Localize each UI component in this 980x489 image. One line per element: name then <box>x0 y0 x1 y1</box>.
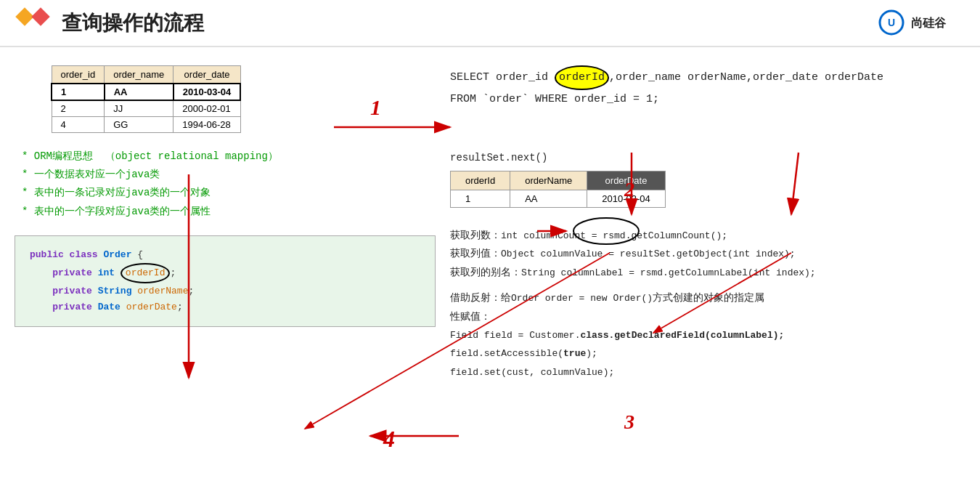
orm-notes: * ORM编程思想 （object relational mapping） * … <box>22 147 436 221</box>
right-panel: SELECT order_id orderId,order_name order… <box>436 58 965 478</box>
table-row: 4 GG 1994-06-28 <box>52 117 240 133</box>
code-line-4: private Date orderDate; <box>30 299 420 315</box>
page-title: 查询操作的流程 <box>62 9 878 37</box>
col-order-date: order_date <box>173 66 241 84</box>
sql-query: SELECT order_id orderId,order_name order… <box>450 65 965 108</box>
col-order-id: order_id <box>52 66 105 84</box>
header: 查询操作的流程 U 尚硅谷 <box>0 0 980 47</box>
svg-text:尚硅谷: 尚硅谷 <box>911 17 947 29</box>
sql-line-2: FROM `order` WHERE order_id = 1; <box>450 90 965 109</box>
orm-note-3: * 表中的一条记录对应java类的一个对象 <box>22 184 436 202</box>
info-line-5: 性赋值： <box>450 307 965 326</box>
orm-note-1: * ORM编程思想 （object relational mapping） <box>22 147 436 166</box>
sql-line-1: SELECT order_id orderId,order_name order… <box>450 71 883 84</box>
svg-rect-1 <box>31 7 49 25</box>
col-order-name: order_name <box>105 66 173 84</box>
info-line-1: 获取列数：int columnCount = rsmd.getColumnCou… <box>450 226 965 244</box>
info-line-2: 获取列值：Object columnValue = resultSet.getO… <box>450 244 965 262</box>
info-line-4: 借助反射：给Order order = new Order()方式创建的对象的指… <box>450 288 965 307</box>
orm-note-4: * 表中的一个字段对应java类的一个属性 <box>22 203 436 221</box>
orm-note-2: * 一个数据表对应一个java类 <box>22 166 436 184</box>
info-text: 获取列数：int columnCount = rsmd.getColumnCou… <box>450 226 965 381</box>
brand-logo-icon: U 尚硅谷 <box>878 7 965 39</box>
result-row: 1 AA 2010-03-04 <box>451 190 666 208</box>
resultset-label: resultSet.next() <box>450 152 965 163</box>
logo-icon <box>15 7 51 39</box>
sql-line-container: SELECT order_id orderId,order_name order… <box>450 65 965 90</box>
orderid-oval: orderId <box>121 263 171 283</box>
table-row: 1 AA 2010-03-04 <box>52 84 240 100</box>
db-table: order_id order_name order_date 1 AA 2010… <box>51 65 241 133</box>
info-line-7: field.setAccessible(true); <box>450 344 965 362</box>
orderid-highlight: orderId <box>555 65 609 90</box>
code-line-3: private String orderName; <box>30 283 420 299</box>
info-line-6: Field field = Customer.class.getDeclared… <box>450 326 965 344</box>
code-line-2: private int orderId; <box>30 263 420 283</box>
result-table: orderId orderName orderDate 1 AA 2010-03… <box>450 171 666 208</box>
svg-rect-0 <box>15 7 33 25</box>
info-line-3: 获取列的别名：String columnLabel = rsmd.getColu… <box>450 263 965 281</box>
svg-text:U: U <box>888 17 895 28</box>
col-ordername-header: orderName <box>510 171 587 190</box>
code-line-1: public class Order { <box>30 247 420 263</box>
table-row: 2 JJ 2000-02-01 <box>52 100 240 117</box>
left-panel: order_id order_name order_date 1 AA 2010… <box>15 58 436 478</box>
col-orderid-header: orderId <box>451 171 510 190</box>
info-line-8: field.set(cust, columnValue); <box>450 363 965 381</box>
code-block: public class Order { private int orderId… <box>15 235 436 327</box>
col-orderdate-header: orderDate <box>587 171 666 190</box>
main-content: order_id order_name order_date 1 AA 2010… <box>0 47 980 489</box>
